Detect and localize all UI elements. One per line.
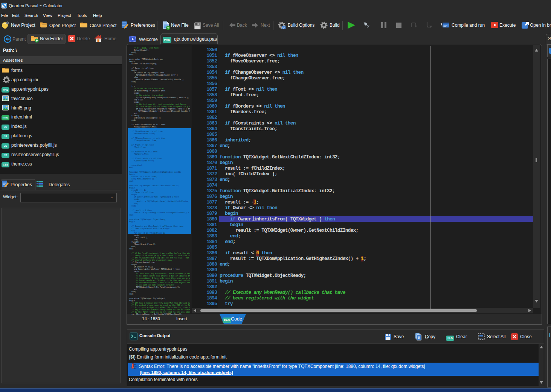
svg-text:01: 01	[134, 368, 137, 369]
